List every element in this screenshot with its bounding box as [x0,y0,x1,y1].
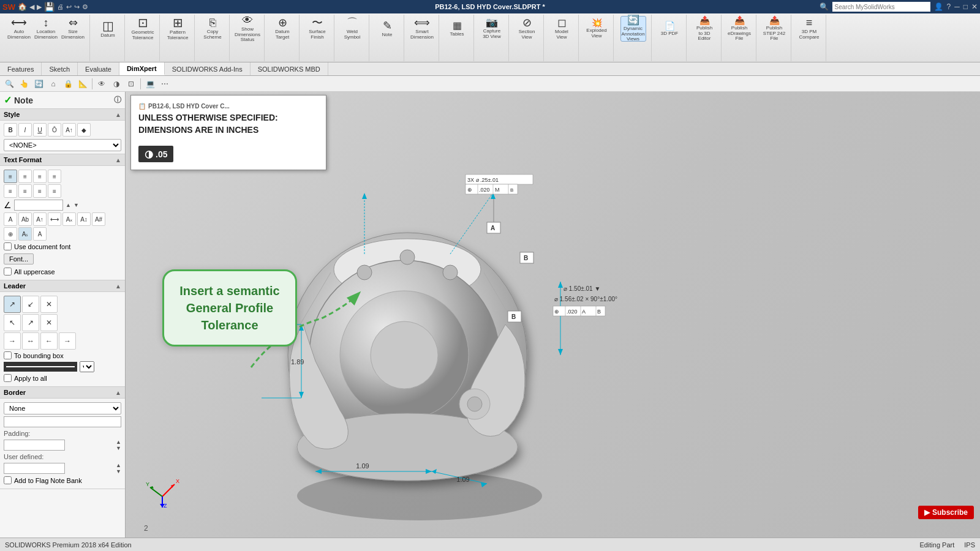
style-select[interactable]: <NONE> [4,139,121,151]
ldr-btn-1[interactable]: ↗ [4,296,21,313]
style-btn-sym[interactable]: ◆ [77,123,91,137]
size-dimension-btn[interactable]: ⇔ SizeDimension [60,16,86,42]
fmt-btn-a4[interactable]: ⟷ [48,212,61,226]
text-format-collapse[interactable]: ▲ [115,157,121,163]
tb2-icon11[interactable]: ⋯ [158,77,172,91]
menu-home[interactable]: 🏠 [18,2,27,11]
redo-btn[interactable]: ↪ [74,3,80,11]
align-right-btn[interactable]: ≡ [33,170,47,183]
align-center2-btn[interactable]: ≡ [18,184,32,198]
line-select[interactable]: ▾ [80,361,94,372]
tab-features[interactable]: Features [0,62,42,75]
add-flag-checkbox[interactable] [4,476,12,484]
font-button[interactable]: Font... [4,253,34,264]
style-btn-overline[interactable]: Ō [48,123,61,137]
angle-spin-up[interactable]: ▲ [66,202,71,208]
subscribe-button[interactable]: ▶ Subscribe [918,506,974,519]
ldr-btn-3[interactable]: ✕ [40,296,58,313]
model-view-btn[interactable]: ◻ ModelView [549,16,575,42]
leader-header[interactable]: Leader ▲ [0,280,125,292]
border-collapse[interactable]: ▲ [115,389,121,396]
user-defined-input[interactable]: 0.400in [4,463,65,474]
align-left-btn[interactable]: ≡ [4,170,17,183]
ldr-btn-6[interactable]: ✕ [40,314,58,331]
search-input[interactable] [832,2,930,12]
fmt-btn-a6[interactable]: A↕ [77,212,91,226]
user-def-spin-up[interactable]: ▲ [116,462,121,468]
fmt-btn-a5[interactable]: Aₓ [62,212,76,226]
user-icon[interactable]: 👤 [934,2,943,11]
ldr-btn-9[interactable]: ← [40,332,58,350]
angle-input[interactable]: 0.00deg [14,200,63,211]
note-info-icon[interactable]: ⓘ [114,95,121,105]
fmt-btn-a1[interactable]: A [4,212,17,226]
tab-sketch[interactable]: Sketch [42,62,78,75]
weld-symbol-btn[interactable]: ⌒ WeldSymbol [339,16,365,42]
pattern-tolerance-btn[interactable]: ⊞ PatternTolerance [165,16,190,42]
compare-btn[interactable]: ≡ 3D PMCompare [796,16,822,42]
style-btn-underline[interactable]: U [33,123,47,137]
tb2-icon1[interactable]: 🔍 [2,77,16,91]
padding-input[interactable]: 0.000in [4,440,65,451]
tab-evaluate[interactable]: Evaluate [78,62,119,75]
fmt-btn-a3[interactable]: A↑ [33,212,47,226]
ldr-btn-8[interactable]: ↔ [22,332,39,350]
tb2-icon10[interactable]: 💻 [143,77,157,91]
fmt-btn-b2[interactable]: Aₛ [18,227,32,241]
align-left2-btn[interactable]: ≡ [4,184,17,198]
smart-dimension-btn[interactable]: ⟺ SmartDimension [409,16,435,42]
align-center-btn[interactable]: ≡ [18,170,32,183]
tb2-icon7[interactable]: 👁 [95,77,108,91]
ldr-btn-10[interactable]: → [59,332,76,350]
align-justify-btn[interactable]: ≡ [48,170,61,183]
undo-btn[interactable]: ↩ [66,3,72,11]
nav-fwd[interactable]: ▶ [37,3,42,11]
padding-spin-dn[interactable]: ▼ [116,445,121,451]
dynamic-annotation-btn[interactable]: 🔄 DynamicAnnotationViews [620,16,646,42]
close-btn[interactable]: ✕ [971,2,978,11]
style-btn-size-up[interactable]: A↑ [62,123,76,137]
user-def-spin-dn[interactable]: ▼ [116,468,121,474]
tb2-icon4[interactable]: ⌂ [47,77,60,91]
note-btn[interactable]: ✎ Note [374,16,400,42]
datum-target-btn[interactable]: ⊕ DatumTarget [270,16,295,42]
ldr-btn-5[interactable]: ↗ [22,314,39,331]
tb2-icon3[interactable]: 🔄 [32,77,45,91]
minimize-btn[interactable]: ─ [954,2,960,11]
geometric-tolerance-btn[interactable]: ⊡ GeometricTolerance [130,16,156,42]
angle-spin-dn[interactable]: ▼ [74,202,79,208]
tb2-icon8[interactable]: ◑ [110,77,123,91]
print-btn[interactable]: 🖨 [57,3,64,10]
apply-all-checkbox[interactable] [4,374,12,382]
tab-mbd[interactable]: SOLIDWORKS MBD [251,62,328,75]
tb2-icon9[interactable]: ⊡ [124,77,138,91]
tb2-icon5[interactable]: 🔒 [61,77,75,91]
ldr-btn-7[interactable]: → [4,332,21,350]
location-dimension-btn[interactable]: ↕ LocationDimension [33,16,59,42]
exploded-view-btn[interactable]: 💥 ExplodedView [584,16,609,42]
surface-finish-btn[interactable]: 〜 SurfaceFinish [304,16,330,42]
edrawings-btn[interactable]: 📤 PublisheDrawingsFile [726,16,752,42]
copy-scheme-btn[interactable]: ⎘ CopyScheme [200,16,225,42]
section-view-btn[interactable]: ⊘ SectionView [514,16,540,42]
auto-dimension-btn[interactable]: ⟷ AutoDimension [6,16,32,42]
style-collapse[interactable]: ▲ [115,111,121,118]
3d-pdf-btn[interactable]: 📄 3D PDF [657,16,682,42]
datum-btn[interactable]: ◫ Datum [95,16,121,42]
capture-3d-btn[interactable]: 📷 Capture3D View [479,16,505,42]
ldr-btn-2[interactable]: ↙ [22,296,39,313]
tab-addins[interactable]: SOLIDWORKS Add-Ins [165,62,251,75]
tb2-icon6[interactable]: 📐 [76,77,89,91]
padding-spin-up[interactable]: ▲ [116,439,121,445]
style-btn-bold[interactable]: B [4,123,17,137]
border-header[interactable]: Border ▲ [0,387,125,399]
publish-3d-btn[interactable]: 📤 Publishto 3DEditor [692,16,717,42]
leader-collapse[interactable]: ▲ [115,283,121,290]
all-uppercase-checkbox[interactable] [4,268,12,276]
nav-back[interactable]: ◀ [29,3,34,11]
step-btn[interactable]: 📤 PublishSTEP 242File [761,16,787,42]
style-btn-italic[interactable]: I [18,123,32,137]
fmt-btn-b3[interactable]: A [33,227,47,241]
tables-btn[interactable]: ▦ Tables [444,16,470,42]
text-format-header[interactable]: Text Format ▲ [0,154,125,166]
